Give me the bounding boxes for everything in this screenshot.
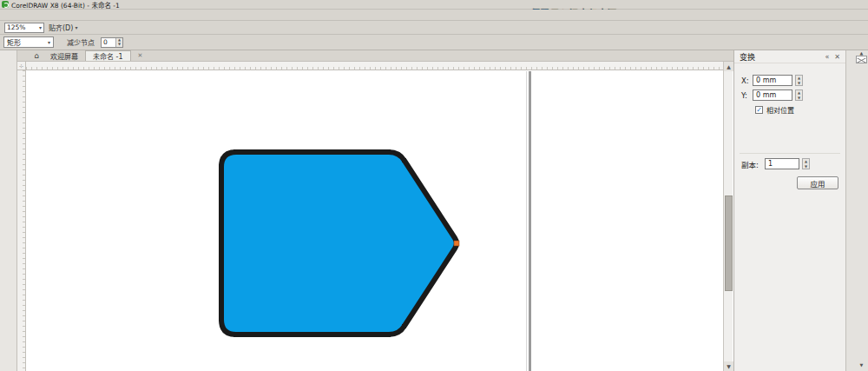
x-position-input[interactable]: 0 mm (753, 75, 792, 86)
selection-mode-dropdown[interactable]: 矩形▾ (3, 36, 54, 48)
property-bar: 矩形▾ 减少节点 0 ▲▼ (0, 35, 868, 50)
color-palette: ▲ ▼ (855, 50, 868, 371)
apply-button[interactable]: 应用 (797, 176, 838, 189)
page-edge-line (529, 71, 531, 371)
close-icon: ✕ (138, 52, 143, 59)
tab-untitled-document[interactable]: 未命名 -1 (85, 50, 131, 61)
scroll-down-arrow-icon[interactable]: ▼ (724, 361, 733, 371)
y-spinner[interactable]: ▲▼ (795, 89, 803, 101)
relative-position-checkbox[interactable]: ✓ (755, 106, 763, 114)
palette-scroll-down-icon[interactable]: ▼ (860, 362, 864, 368)
page-edge-shadow (526, 71, 527, 371)
y-position-input[interactable]: 0 mm (753, 89, 792, 101)
curve-smoothness-input[interactable]: 0 ▲▼ (101, 37, 123, 48)
chevron-down-icon: ▾ (48, 39, 50, 45)
no-color-swatch[interactable] (856, 56, 867, 63)
chevron-down-icon: ▾ (39, 24, 42, 30)
close-document-button[interactable]: ✕ (131, 50, 150, 61)
copies-spinner[interactable]: ▲▼ (802, 158, 810, 169)
docker-close-button[interactable]: ✕ (834, 53, 840, 61)
spinner-arrows[interactable]: ▲▼ (115, 38, 122, 47)
tab-welcome-screen[interactable]: 欢迎屏幕 (43, 50, 85, 61)
copies-label: 副本: (741, 159, 762, 169)
selected-tip-node (454, 241, 459, 246)
x-spinner[interactable]: ▲▼ (795, 75, 803, 86)
reduce-nodes-button[interactable]: 减少节点 (62, 36, 99, 49)
chevron-down-icon: ▾ (75, 24, 77, 30)
title-bar: CorelDRAW X8 (64-Bit) - 未命名 -1 (0, 0, 868, 10)
coreldraw-window: CorelDRAW X8 (64-Bit) - 未命名 -1 一個猛子入江水与山… (0, 0, 868, 371)
app-logo-icon (2, 1, 9, 8)
vertical-scrollbar[interactable]: ▲ ▼ (723, 62, 733, 371)
docker-tab-strip (845, 50, 855, 371)
transform-docker: 变换 « ✕ X: 0 mm ▲▼ Y: 0 mm ▲▼ ✓ 相对位置 副本: … (733, 50, 845, 371)
window-title: CorelDRAW X8 (64-Bit) - 未命名 -1 (11, 0, 120, 10)
toolbox (0, 50, 17, 371)
menu-bar (0, 10, 868, 21)
anchor-point-grid (734, 116, 845, 150)
ruler-origin-button[interactable]: ⊹ (17, 62, 26, 70)
scrollbar-thumb[interactable] (725, 195, 733, 291)
zoom-level-dropdown[interactable]: 125%▾ (4, 23, 44, 33)
snap-to-button[interactable]: 贴齐(D)▾ (46, 23, 80, 32)
relative-position-label: 相对位置 (766, 105, 794, 115)
copies-input[interactable]: 1 (765, 158, 799, 169)
docker-title: 变换 (740, 51, 755, 63)
scroll-up-arrow-icon[interactable]: ▲ (724, 62, 733, 71)
y-label: Y: (741, 91, 750, 100)
x-label: X: (741, 76, 750, 85)
docker-collapse-button[interactable]: « (825, 53, 829, 61)
drawing-canvas[interactable]: ⊹ ▲ ▼ (17, 62, 733, 371)
docker-header: 变换 « ✕ (734, 50, 845, 63)
horizontal-ruler (26, 62, 723, 70)
arrow-pentagon-shape[interactable] (215, 146, 469, 342)
vertical-ruler (17, 70, 26, 371)
home-tab-icon[interactable]: ⌂ (30, 50, 43, 61)
standard-toolbar: 125%▾ 贴齐(D)▾ (0, 21, 868, 35)
document-tab-bar: ⌂ 欢迎屏幕 未命名 -1 ✕ (17, 50, 733, 62)
